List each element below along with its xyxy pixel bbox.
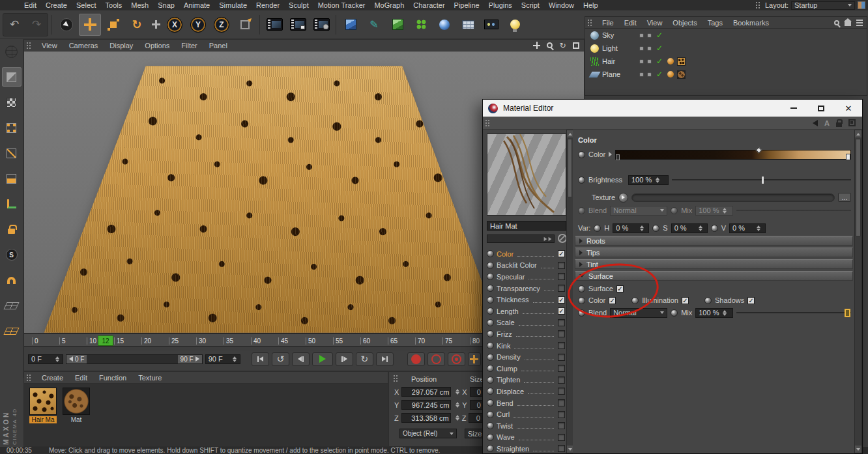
menu-sculpt[interactable]: Sculpt	[284, 0, 313, 10]
material-preview[interactable]	[487, 134, 566, 216]
gradient-knob-right[interactable]	[846, 154, 850, 160]
om-menu-tags[interactable]: Tags	[702, 19, 728, 27]
stepper-icons[interactable]	[456, 389, 459, 395]
panel-grip[interactable]	[26, 42, 32, 50]
goto-start-button[interactable]	[252, 352, 269, 366]
render-settings-button[interactable]	[310, 14, 332, 36]
slider-handle[interactable]	[845, 309, 850, 317]
stepper-icons[interactable]	[656, 177, 659, 183]
workplane-button[interactable]	[2, 296, 22, 315]
position-y-field[interactable]: 967.245 cm	[401, 400, 451, 410]
goto-end-button[interactable]	[376, 352, 394, 366]
viewport-menu-options[interactable]: Options	[139, 42, 175, 50]
channel-row[interactable]: Scale	[485, 317, 566, 329]
close-button[interactable]: ✕	[835, 100, 862, 117]
hair-material-tag[interactable]	[667, 58, 674, 64]
channel-row[interactable]: Curl	[485, 408, 566, 420]
viewport-menu-panel[interactable]: Panel	[203, 42, 233, 50]
illumination-checkbox[interactable]: ✓	[682, 297, 689, 304]
next-frame-button[interactable]	[336, 352, 353, 366]
channel-checkbox[interactable]	[558, 434, 565, 441]
editor-visibility-dot[interactable]	[639, 33, 644, 38]
scrollbar-thumb[interactable]	[568, 139, 572, 197]
enabled-toggle[interactable]: ✓	[655, 31, 664, 40]
maximize-button[interactable]	[807, 100, 835, 117]
stepper-icons[interactable]	[640, 225, 644, 231]
slider-handle[interactable]	[762, 177, 764, 184]
viewport-menu-cameras[interactable]: Cameras	[63, 42, 104, 50]
undo-button[interactable]: ↶	[3, 14, 25, 36]
stage-button[interactable]	[480, 14, 502, 36]
channel-radio[interactable]	[487, 273, 494, 280]
object-row-hair[interactable]: Hair ✓	[585, 55, 867, 68]
channel-checkbox[interactable]	[558, 354, 565, 361]
stepper-icons[interactable]	[55, 356, 59, 362]
menu-snap[interactable]: Snap	[153, 0, 179, 10]
pan-view-icon[interactable]	[532, 41, 541, 50]
font-preview-icon[interactable]: A	[824, 119, 830, 127]
texture-expand-button[interactable]	[618, 193, 628, 203]
coordinate-system-button[interactable]	[234, 14, 256, 36]
channel-checkbox[interactable]	[558, 273, 565, 280]
play-button[interactable]	[312, 352, 333, 366]
stepper-icons[interactable]	[699, 225, 702, 231]
blend-radio[interactable]	[578, 207, 585, 214]
materials-menu-function[interactable]: Function	[93, 374, 132, 382]
material-item[interactable]: Hair Ma	[28, 388, 58, 442]
scroll-down-button[interactable]	[567, 446, 573, 453]
object-row-sky[interactable]: Sky ✓	[585, 29, 867, 42]
om-menu-view[interactable]: View	[642, 19, 668, 27]
menu-help[interactable]: Help	[579, 0, 603, 10]
brightness-radio[interactable]	[578, 177, 585, 184]
layout-switcher[interactable]: Startup	[791, 1, 855, 10]
object-row-plane[interactable]: Plane ✓	[585, 68, 867, 81]
scale-tool-button[interactable]	[102, 14, 124, 36]
channel-radio[interactable]	[487, 445, 494, 452]
channel-row[interactable]: Specular	[485, 271, 566, 283]
channel-radio[interactable]	[487, 342, 494, 349]
search-icon[interactable]	[834, 20, 839, 25]
play-backwards-button[interactable]: ↺	[272, 352, 289, 366]
range-end-handle[interactable]: 90 F	[178, 355, 202, 363]
channel-row[interactable]: Length✓	[485, 305, 566, 317]
editor-visibility-dot[interactable]	[639, 72, 644, 77]
channel-radio[interactable]	[487, 411, 494, 418]
menu-script[interactable]: Script	[517, 0, 544, 10]
surface-mix-radio[interactable]	[671, 309, 678, 317]
stepper-icons[interactable]	[233, 356, 237, 362]
section-roots[interactable]: Roots	[575, 236, 853, 246]
menu-tools[interactable]: Tools	[101, 0, 127, 10]
channel-radio[interactable]	[487, 354, 494, 361]
lock-icon[interactable]	[836, 122, 842, 127]
channel-row[interactable]: Thickness✓	[485, 294, 566, 305]
move-tool-button[interactable]	[79, 14, 101, 36]
channel-radio[interactable]	[487, 330, 494, 337]
make-editable-button[interactable]	[2, 42, 22, 61]
scroll-up-button[interactable]	[567, 130, 573, 137]
surface-mix-slider[interactable]	[736, 309, 851, 317]
redo-button[interactable]: ↷	[25, 14, 48, 36]
texture-mode-button[interactable]	[2, 92, 22, 112]
section-tips[interactable]: Tips	[575, 248, 853, 257]
mograph-cloner-button[interactable]	[410, 14, 432, 36]
settings-scrollbar[interactable]	[854, 130, 862, 453]
scroll-down-button[interactable]	[855, 446, 861, 453]
channel-radio[interactable]	[487, 296, 494, 304]
channel-radio[interactable]	[487, 388, 494, 395]
menu-window[interactable]: Window	[544, 0, 579, 10]
channel-checkbox[interactable]: ✓	[558, 307, 565, 315]
channel-row[interactable]: Kink	[485, 340, 566, 352]
channel-radio[interactable]	[487, 319, 494, 326]
texture-tag[interactable]	[677, 57, 686, 66]
shadows-radio[interactable]	[704, 297, 712, 304]
channel-checkbox[interactable]: ✓	[558, 250, 565, 257]
om-menu-file[interactable]: File	[597, 19, 619, 27]
lock-workplane-button[interactable]	[2, 220, 22, 239]
mix-field[interactable]: 100 %	[695, 206, 733, 216]
render-visibility-dot[interactable]	[647, 33, 652, 38]
channel-row[interactable]: Twist	[485, 420, 566, 432]
stepper-icons[interactable]	[723, 208, 727, 214]
surface-blend-dropdown[interactable]: Normal	[610, 308, 667, 318]
channel-radio[interactable]	[487, 434, 494, 441]
snap-button[interactable]	[2, 270, 22, 290]
